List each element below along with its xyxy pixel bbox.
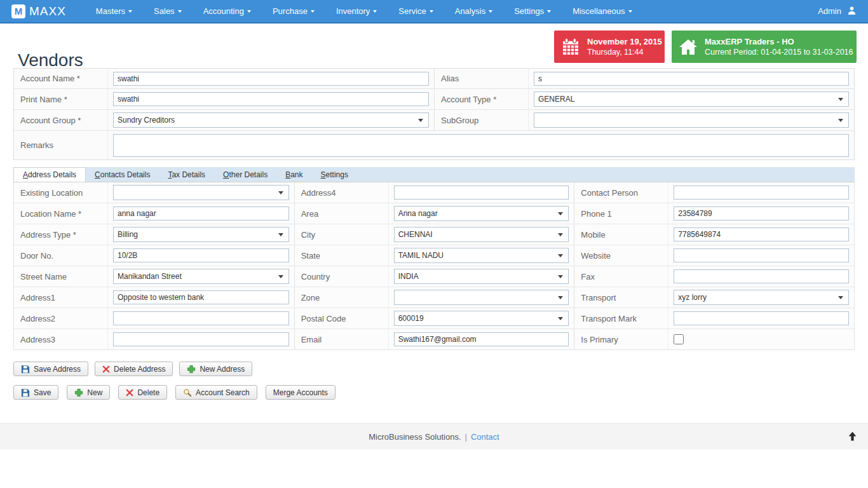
- address-type-select[interactable]: Billing: [113, 227, 289, 242]
- subgroup-select[interactable]: [534, 112, 849, 128]
- menu-label: Service: [398, 6, 426, 16]
- menu-masters[interactable]: Masters: [85, 0, 143, 22]
- company-widget: MaxxERP Traders - HO Current Period: 01-…: [672, 30, 857, 63]
- plus-icon: [187, 365, 196, 374]
- tab-bank[interactable]: Bank: [276, 167, 311, 182]
- select-value: TAMIL NADU: [398, 251, 559, 260]
- menu-settings[interactable]: Settings: [503, 0, 562, 22]
- contact-link[interactable]: Contact: [471, 432, 499, 442]
- menu-purchase[interactable]: Purchase: [262, 0, 325, 22]
- remarks-textarea[interactable]: [113, 134, 849, 157]
- address1-input[interactable]: [113, 290, 289, 304]
- website-input[interactable]: [674, 248, 849, 262]
- tab-label: ontacts Details: [100, 170, 151, 179]
- address3-input[interactable]: [113, 332, 289, 346]
- select-value: 600019: [398, 314, 559, 323]
- tab-other-details[interactable]: Other Details: [214, 167, 276, 182]
- address1-row: Address1: [14, 287, 294, 308]
- chevron-down-icon: [628, 10, 632, 13]
- save-address-button[interactable]: Save Address: [13, 362, 88, 376]
- menu-miscellaneous[interactable]: Miscellaneous: [562, 0, 642, 22]
- tab-contacts-details[interactable]: Contacts Details: [86, 167, 159, 182]
- postal-code-select[interactable]: 600019: [394, 311, 569, 326]
- street-name-select[interactable]: Manikandan Street: [113, 269, 289, 284]
- menu-accounting[interactable]: Accounting: [193, 0, 262, 22]
- existing-location-select[interactable]: [113, 185, 289, 200]
- tab-tax-details[interactable]: Tax Details: [159, 167, 214, 182]
- delete-x-icon: [102, 365, 110, 373]
- address-details-panel: Existing Location Address4 Contact Perso…: [13, 182, 855, 350]
- page-footer: MicroBusiness Solutions. | Contact: [0, 423, 868, 449]
- account-name-input[interactable]: [113, 72, 429, 86]
- account-search-button[interactable]: Account Search: [175, 385, 257, 400]
- is-primary-checkbox[interactable]: [674, 334, 684, 344]
- alias-input[interactable]: [534, 72, 849, 86]
- zone-row: Zone: [294, 287, 574, 308]
- door-no-input[interactable]: [113, 248, 289, 262]
- menu-label: Settings: [514, 6, 544, 16]
- fax-input[interactable]: [674, 269, 849, 283]
- delete-x-icon: [126, 389, 133, 396]
- button-label: Save: [34, 388, 51, 397]
- chevron-down-icon: [838, 296, 843, 299]
- zone-label: Zone: [295, 287, 389, 308]
- transport-mark-input[interactable]: [674, 311, 849, 325]
- tab-address-details[interactable]: Address Details: [13, 167, 86, 182]
- tab-label: ddress Details: [28, 170, 76, 179]
- location-name-input[interactable]: [113, 207, 289, 220]
- email-row: Email: [294, 329, 574, 349]
- button-label: New Address: [200, 365, 245, 374]
- user-name: Admin: [818, 6, 841, 16]
- phone1-input[interactable]: [674, 207, 849, 220]
- street-name-label: Street Name: [14, 266, 108, 287]
- tab-settings[interactable]: Settings: [312, 167, 357, 182]
- contact-person-input[interactable]: [674, 186, 849, 200]
- merge-accounts-button[interactable]: Merge Accounts: [266, 385, 336, 400]
- tab-label: ax Details: [172, 170, 205, 179]
- chevron-down-icon: [558, 233, 563, 236]
- area-select[interactable]: Anna nagar: [394, 206, 569, 221]
- tab-label: ther Details: [229, 170, 268, 179]
- transport-select[interactable]: xyz lorry: [674, 290, 849, 305]
- menu-label: Analysis: [455, 6, 485, 16]
- address4-input[interactable]: [394, 186, 569, 200]
- account-type-select[interactable]: GENERAL: [534, 92, 849, 107]
- save-button[interactable]: Save: [13, 385, 58, 400]
- chevron-down-icon: [838, 119, 843, 122]
- delete-address-button[interactable]: Delete Address: [95, 362, 173, 376]
- menu-sales[interactable]: Sales: [143, 0, 193, 22]
- city-select[interactable]: CHENNAI: [394, 227, 569, 242]
- chevron-down-icon: [278, 275, 283, 278]
- mobile-input[interactable]: [674, 227, 849, 241]
- chevron-down-icon: [278, 233, 283, 236]
- is-primary-label: Is Primary: [574, 329, 668, 349]
- new-button[interactable]: New: [67, 385, 110, 400]
- calendar-icon: [554, 37, 587, 57]
- user-menu[interactable]: Admin: [818, 6, 857, 17]
- email-input[interactable]: [394, 332, 569, 346]
- account-group-row: Account Group * Sundry Creditors: [14, 110, 434, 131]
- address4-row: Address4: [294, 182, 574, 203]
- page-title: Vendors: [18, 50, 83, 71]
- door-no-row: Door No.: [14, 245, 294, 266]
- new-address-button[interactable]: New Address: [179, 362, 252, 376]
- zone-select[interactable]: [394, 290, 569, 305]
- transport-row: Transport xyz lorry: [574, 287, 854, 308]
- menu-inventory[interactable]: Inventory: [325, 0, 388, 22]
- menu-service[interactable]: Service: [388, 0, 444, 22]
- delete-button[interactable]: Delete: [118, 385, 167, 400]
- state-select[interactable]: TAMIL NADU: [394, 248, 569, 263]
- print-name-input[interactable]: [113, 92, 429, 106]
- menu-analysis[interactable]: Analysis: [444, 0, 503, 22]
- tab-accesskey: C: [95, 170, 100, 179]
- account-form: Account Name * Alias Print Name * Accoun…: [13, 68, 855, 160]
- location-name-label: Location Name *: [14, 203, 108, 224]
- city-row: City CHENNAI: [294, 224, 574, 245]
- tab-accesskey: B: [285, 170, 290, 179]
- country-select[interactable]: INDIA: [394, 269, 569, 284]
- state-label: State: [295, 245, 389, 266]
- account-group-select[interactable]: Sundry Creditors: [113, 112, 429, 128]
- app-logo[interactable]: M MAXX: [11, 4, 66, 18]
- scroll-to-top-icon[interactable]: [847, 431, 858, 444]
- address2-input[interactable]: [113, 311, 289, 325]
